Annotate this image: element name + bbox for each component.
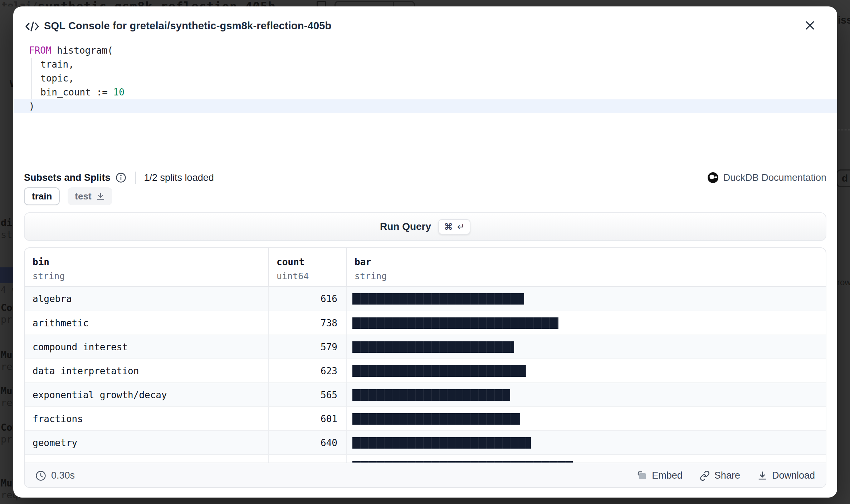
close-icon [803,19,816,32]
table-header: bin string count uint64 bar string [25,248,826,287]
embed-button[interactable]: Embed [637,470,683,481]
table-row[interactable]: algebra 616 [25,287,826,311]
bar-cell [347,311,826,335]
bar-cell [347,431,826,454]
background-page-title: synthetic-gsm8k-reflection-405b [38,0,276,6]
split-selector: train test [24,187,112,205]
bar-cell [347,335,826,359]
code-line: train, [13,58,837,71]
histogram-bar [352,293,524,305]
bin-cell: compound interest [25,335,269,359]
bin-cell: geometry [25,431,269,454]
download-icon [757,471,767,481]
query-results-panel: bin string count uint64 bar string algeb… [24,247,826,488]
histogram-bar [352,365,526,377]
run-query-button[interactable]: Run Query ⌘ ↵ [24,212,826,241]
clock-icon [35,470,46,481]
info-icon[interactable] [116,172,126,183]
code-icon [25,21,40,32]
column-type: string [33,271,268,281]
subsets-row: Subsets and Splits 1/2 splits loaded Duc… [24,169,826,186]
histogram-bar [352,317,558,329]
background-rows-fragment: row [837,277,850,287]
share-label: Share [714,470,740,481]
split-test-label: test [75,191,91,202]
table-row[interactable]: arithmetic 738 [25,311,826,335]
background-page-header: telai/ synthetic-gsm8k-reflection-405b [0,0,850,6]
code-line: bin_count := 10 [13,85,837,99]
copy-icon [317,1,326,6]
split-button-train[interactable]: train [24,187,60,205]
divider [135,172,136,184]
background-selected-row-fragment [0,267,13,283]
bin-cell [25,455,269,463]
column-type: uint64 [277,271,346,281]
count-cell: 601 [269,407,347,430]
like-button-fragment [334,1,415,6]
embed-label: Embed [652,470,683,481]
bin-cell: fractions [25,407,269,430]
duckdb-documentation-link[interactable]: DuckDB Documentation [707,172,826,183]
sql-console-modal: SQL Console for gretelai/synthetic-gsm8k… [13,6,837,498]
background-dashed-line-fragment [838,129,850,130]
sql-editor[interactable]: FROM histogram( train, topic, bin_count … [13,44,837,113]
share-link-icon [700,471,710,481]
results-footer: 0.30s Embed Share [25,463,826,488]
count-cell: 579 [269,335,347,359]
code-line: FROM histogram( [13,44,837,58]
table-row[interactable]: exponential growth/decay 565 [25,382,826,406]
results-table: bin string count uint64 bar string algeb… [25,248,826,463]
column-name: count [277,257,346,267]
table-row[interactable] [25,454,826,463]
splits-loaded-status: 1/2 splits loaded [144,172,214,183]
histogram-bar [352,413,520,425]
count-cell: 616 [269,287,347,311]
background-tag-fragment: issa [838,14,850,26]
background-button-fragment: d [836,169,850,187]
count-cell: 738 [269,311,347,335]
close-button[interactable] [802,18,818,34]
modal-title: SQL Console for gretelai/synthetic-gsm8k… [44,20,332,32]
code-line: topic, [13,71,837,85]
column-header-bar[interactable]: bar string [347,248,826,286]
column-name: bin [33,257,268,267]
indent-guide [31,58,32,99]
download-label: Download [772,470,815,481]
column-header-bin[interactable]: bin string [25,248,269,286]
query-duration-value: 0.30s [51,470,75,481]
sql-keyword: FROM [29,45,52,56]
download-button[interactable]: Download [757,470,815,481]
column-header-count[interactable]: count uint64 [269,248,347,286]
table-row[interactable]: compound interest 579 [25,335,826,359]
sql-text: bin_count := [40,87,113,98]
cmd-key-icon: ⌘ [444,222,453,232]
results-rows: algebra 616 arithmetic 738 compound inte… [25,287,826,463]
subsets-heading: Subsets and Splits [24,172,111,183]
table-row[interactable]: fractions 601 [25,406,826,430]
bar-cell [347,407,826,430]
table-row[interactable]: data interpretation 623 [25,359,826,382]
bin-cell: data interpretation [25,359,269,382]
bin-cell: arithmetic [25,311,269,335]
download-split-icon [96,192,105,201]
code-line-active: ) [13,99,837,113]
split-button-test[interactable]: test [68,187,112,205]
run-query-label: Run Query [380,221,431,232]
table-row[interactable]: geometry 640 [25,430,826,454]
bar-cell [347,359,826,382]
bin-cell: algebra [25,287,269,311]
bin-cell: exponential growth/decay [25,383,269,406]
background-owner-fragment: telai/ [1,0,38,6]
count-cell: 640 [269,431,347,454]
enter-key-icon: ↵ [457,222,465,232]
bar-cell [347,455,826,463]
share-button[interactable]: Share [700,470,740,481]
count-cell: 565 [269,383,347,406]
histogram-bar [352,461,573,463]
histogram-bar [352,341,514,353]
bar-cell [347,287,826,311]
duckdb-documentation-label: DuckDB Documentation [723,172,826,183]
count-cell: 623 [269,359,347,382]
histogram-bar [352,437,531,449]
column-type: string [355,271,826,281]
